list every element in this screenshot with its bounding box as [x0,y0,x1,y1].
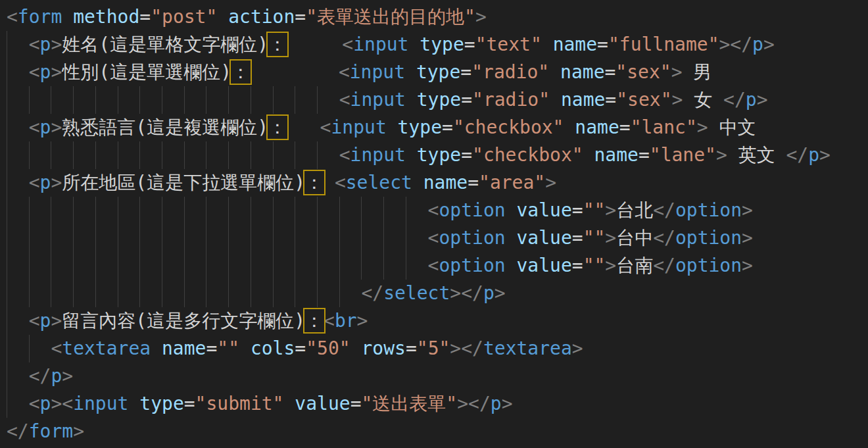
token-brk: > [757,89,768,111]
indent-whitespace [7,172,29,193]
code-line-2[interactable]: <p>姓名(這是單格文字欄位)： <input type="text" name… [0,31,868,59]
token-txt: 所在地區(這是下拉選單欄位) [62,172,305,193]
token-brk: < [29,116,40,138]
token-brk: > [51,116,62,138]
code-line-8[interactable]: <option value="">台北</option> [0,197,868,224]
token-brk: ></ [450,337,483,359]
token-txt [549,61,560,83]
code-line-4[interactable]: <input type="radio" name="sex"> 女 </p> [0,86,868,114]
token-brk: > [51,34,62,55]
token-txt [412,172,423,193]
code-text: </form> [7,420,84,442]
token-attr: value [295,393,350,414]
token-str: "" [583,199,606,221]
token-eq: = [184,393,195,414]
token-eq: = [464,34,475,55]
token-brk: < [29,172,40,193]
token-txt: 台北 [616,199,653,221]
token-tag: input [350,61,405,83]
code-area[interactable]: <form method="post" action="表單送出的目的地"> <… [0,0,868,448]
code-line-7[interactable]: <p>所在地區(這是下拉選單欄位)： <select name="area"> [0,169,868,197]
token-tag: select [383,282,450,304]
indent-whitespace [7,393,29,414]
token-brk: < [29,310,40,332]
token-brk: > [475,6,487,28]
token-brk: < [335,172,346,193]
code-line-13[interactable]: <textarea name="" cols="50" rows="5"></t… [0,335,868,362]
token-eq: = [295,6,306,28]
token-str: "" [217,337,239,359]
code-text: <p>留言內容(這是多行文字欄位)：<br> [7,310,368,332]
code-line-16[interactable]: </form> [0,418,868,445]
token-str: "post" [151,6,217,28]
indent-whitespace [7,337,51,359]
token-str: "5" [417,337,450,359]
token-brk: > [605,199,616,221]
code-line-11[interactable]: </select></p> [0,280,868,307]
token-attr: type [417,144,461,166]
code-text: <input type="checkbox" name="lane"> 英文 <… [7,144,831,166]
token-attr: rows [361,337,405,359]
token-str: "radio" [472,89,550,111]
code-line-15[interactable]: <p><input type="submit" value="送出表單"></p… [0,390,868,418]
token-txt: 中文 [708,116,756,138]
token-brk: > [51,61,62,83]
token-txt [550,89,561,111]
token-str: "text" [475,34,542,55]
code-line-12[interactable]: <p>留言內容(這是多行文字欄位)：<br> [0,307,868,335]
token-brk: < [339,89,350,111]
token-brk: < [29,61,40,83]
code-text: <p><input type="submit" value="送出表單"></p… [7,393,513,414]
token-tag: input [73,393,128,414]
token-txt [583,144,594,166]
token-str: "lanc" [631,116,697,138]
token-eq: = [639,144,650,166]
token-eq: = [605,89,616,111]
token-str: "sex" [616,89,671,111]
token-txt [350,337,362,359]
token-tag: textarea [62,337,151,359]
token-brk: > [697,116,708,138]
token-eq: = [461,144,472,166]
token-str: "sex" [615,61,671,83]
indent-whitespace [7,116,29,138]
token-tag: option [439,227,505,249]
token-brk: </ [7,420,29,442]
token-eq: = [572,199,583,221]
code-line-3[interactable]: <p>性別(這是單選欄位)： <input type="radio" name=… [0,59,868,86]
token-tag: br [335,310,357,332]
token-attr: type [416,61,460,83]
token-txt: 台南 [616,255,653,276]
token-txt: 熟悉語言(這是複選欄位) [62,116,268,138]
code-text: <option value="">台南</option> [7,255,753,276]
token-str: "送出表單" [361,393,457,414]
code-text: <p>熟悉語言(這是複選欄位)： <input type="checkbox" … [7,116,756,138]
token-tag: p [51,365,62,387]
token-attr: value [516,227,571,249]
unicode-highlight-box: ： [268,116,287,138]
token-eq: = [619,116,631,138]
code-line-5[interactable]: <p>熟悉語言(這是複選欄位)： <input type="checkbox" … [0,114,868,141]
code-text: <textarea name="" cols="50" rows="5"></t… [7,337,583,359]
code-line-14[interactable]: </p> [0,362,868,390]
indent-whitespace [7,365,29,387]
code-line-1[interactable]: <form method="post" action="表單送出的目的地"> [0,3,868,31]
token-tag: option [675,227,742,249]
token-txt: 男 [683,61,712,83]
code-editor-window: { "editor": { "kind": "dark-theme-code-e… [0,0,868,448]
code-line-10[interactable]: <option value="">台南</option> [0,252,868,280]
token-brk: > [51,172,62,193]
token-txt [405,61,416,83]
token-brk: </ [653,199,675,221]
token-txt [542,34,553,55]
token-txt [128,393,139,414]
token-str: "submit" [195,393,284,414]
token-tag: form [18,6,62,28]
token-tag: option [675,255,742,276]
token-attr: name [423,172,468,193]
code-line-9[interactable]: <option value="">台中</option> [0,224,868,252]
token-txt [387,116,398,138]
code-line-6[interactable]: <input type="checkbox" name="lane"> 英文 <… [0,141,868,169]
token-txt: 英文 [727,144,786,166]
token-tag: p [483,282,494,304]
